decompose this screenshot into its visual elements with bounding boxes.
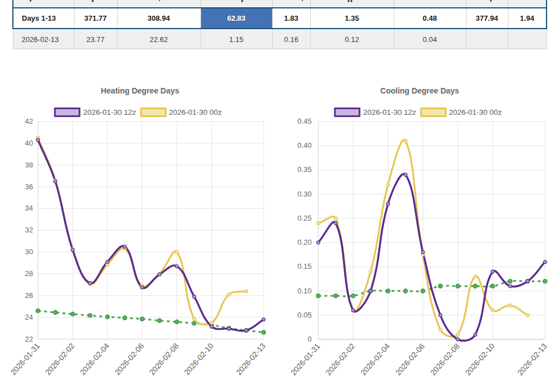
svg-text:2026-01-30 00z: 2026-01-30 00z [449, 108, 502, 116]
svg-text:2026-02-04: 2026-02-04 [359, 342, 391, 377]
svg-text:0.25: 0.25 [297, 214, 311, 222]
svg-text:2026-02-10: 2026-02-10 [464, 342, 496, 377]
svg-text:26: 26 [25, 291, 33, 300]
svg-text:Heating Degree Days: Heating Degree Days [101, 86, 179, 95]
svg-text:2026-01-31: 2026-01-31 [9, 342, 41, 377]
svg-text:2026-02-08: 2026-02-08 [429, 342, 461, 377]
svg-text:2026-02-02: 2026-02-02 [44, 342, 76, 377]
svg-text:0.10: 0.10 [297, 287, 311, 295]
svg-text:36: 36 [25, 183, 33, 191]
svg-text:0: 0 [307, 335, 311, 343]
svg-text:2026-02-10: 2026-02-10 [183, 342, 215, 377]
svg-text:0.45: 0.45 [297, 117, 311, 125]
svg-text:40: 40 [25, 139, 33, 147]
svg-text:2026-01-30 12z: 2026-01-30 12z [363, 108, 417, 116]
svg-text:2026-02-04: 2026-02-04 [78, 342, 111, 377]
svg-text:38: 38 [25, 161, 33, 169]
svg-text:2026-02-06: 2026-02-06 [394, 342, 426, 377]
svg-text:30: 30 [25, 248, 33, 256]
svg-text:22: 22 [25, 335, 33, 343]
svg-text:0.35: 0.35 [297, 165, 311, 174]
svg-text:42: 42 [25, 117, 33, 125]
svg-text:28: 28 [25, 269, 33, 278]
svg-text:2026-02-06: 2026-02-06 [113, 342, 146, 377]
svg-text:32: 32 [25, 226, 33, 234]
svg-text:2026-02-13: 2026-02-13 [516, 342, 549, 377]
svg-text:0.20: 0.20 [297, 238, 311, 246]
svg-text:0.15: 0.15 [297, 262, 311, 270]
svg-text:0.40: 0.40 [297, 141, 311, 150]
svg-text:Cooling Degree Days: Cooling Degree Days [380, 86, 459, 95]
svg-text:2026-01-30 12z: 2026-01-30 12z [83, 108, 137, 116]
svg-text:0.05: 0.05 [297, 311, 311, 319]
svg-text:0.30: 0.30 [297, 190, 311, 198]
svg-text:2026-02-13: 2026-02-13 [235, 342, 267, 377]
svg-text:2026-01-30 00z: 2026-01-30 00z [169, 108, 222, 116]
svg-text:2026-01-31: 2026-01-31 [290, 342, 322, 377]
svg-text:34: 34 [25, 204, 33, 212]
svg-text:2026-02-08: 2026-02-08 [148, 342, 180, 377]
svg-text:2026-02-02: 2026-02-02 [324, 342, 357, 377]
svg-text:24: 24 [25, 313, 33, 321]
